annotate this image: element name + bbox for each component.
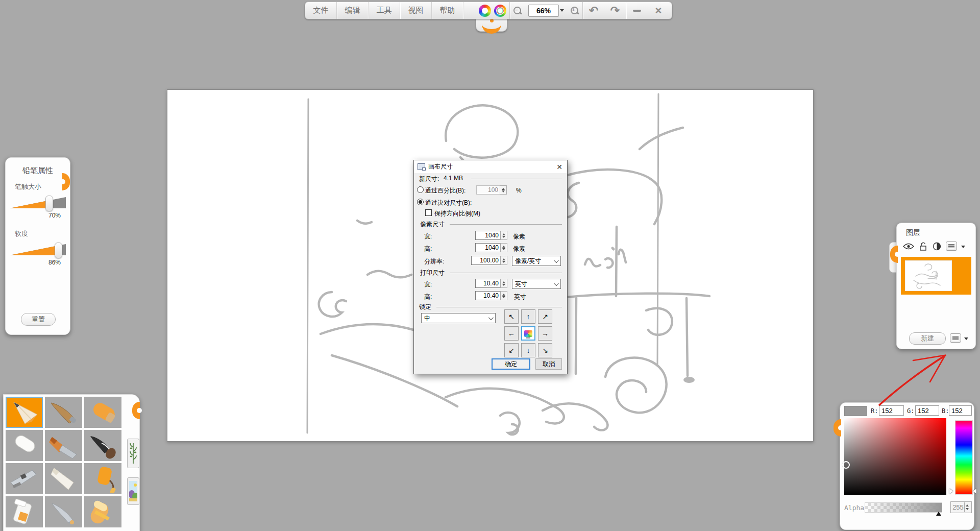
print-height-unit: 英寸 <box>514 293 526 301</box>
green-field[interactable] <box>915 405 939 416</box>
anchor-bottom-left-button[interactable]: ↙ <box>504 343 519 357</box>
dialog-title-bar[interactable]: 画布尺寸 ✕ <box>414 160 567 173</box>
width-field[interactable] <box>475 231 501 240</box>
alpha-spinner[interactable]: 255 <box>950 501 972 513</box>
menu-view[interactable]: 视图 <box>400 2 432 19</box>
layer-visibility-button[interactable] <box>903 243 914 252</box>
percent-field[interactable] <box>476 185 500 195</box>
zoom-dropdown-caret-icon[interactable] <box>560 9 564 12</box>
paper-stump-icon <box>47 465 81 493</box>
anchor-top-right-button[interactable]: ↗ <box>538 309 552 324</box>
layers-title: 图层 <box>906 228 920 237</box>
layer-item-selected[interactable] <box>901 257 971 295</box>
softness-slider[interactable] <box>10 243 66 258</box>
absolute-radio[interactable] <box>417 199 424 205</box>
redo-button[interactable]: ↷ <box>604 2 626 19</box>
close-app-button[interactable]: × <box>648 2 669 19</box>
height-field[interactable] <box>475 243 501 252</box>
pixel-group-label: 像素尺寸 <box>420 220 445 229</box>
anchor-top-left-button[interactable]: ↖ <box>504 309 519 324</box>
layer-list-menu-button[interactable] <box>950 333 961 343</box>
anchor-top-button[interactable]: ↑ <box>521 309 535 324</box>
hue-slider[interactable] <box>955 420 973 495</box>
percent-radio[interactable] <box>417 186 424 193</box>
panel-collapse-handle[interactable] <box>132 402 140 419</box>
tool-orange-crayon[interactable] <box>84 496 121 527</box>
zoom-in-button[interactable]: + <box>567 2 582 19</box>
artwork-sample-button[interactable] <box>127 477 139 505</box>
arrow-up-right-icon: ↗ <box>542 312 548 321</box>
rainbow-logo-1-icon[interactable] <box>479 5 491 17</box>
alpha-slider[interactable] <box>865 502 942 513</box>
anchor-right-button[interactable]: → <box>538 326 552 341</box>
paint-roller-icon <box>86 465 120 493</box>
hue-marker-left-icon[interactable] <box>949 489 953 494</box>
layer-blend-button[interactable] <box>933 242 941 253</box>
tool-eraser[interactable] <box>6 430 43 461</box>
print-width-field[interactable] <box>475 279 501 288</box>
menu-file[interactable]: 文件 <box>305 2 337 19</box>
hue-marker-right-icon[interactable] <box>973 489 976 494</box>
resolution-field[interactable] <box>471 256 501 265</box>
layer-lock-button[interactable] <box>919 242 927 253</box>
brush-size-slider[interactable] <box>10 196 66 211</box>
combo-chevron-icon <box>488 315 494 320</box>
menu-edit[interactable]: 编辑 <box>337 2 369 19</box>
zoom-out-button[interactable]: − <box>510 2 525 19</box>
reset-button[interactable]: 重置 <box>21 313 56 326</box>
print-height-field[interactable] <box>475 291 501 300</box>
tool-metal-pen[interactable] <box>45 496 82 527</box>
dialog-close-button[interactable]: ✕ <box>552 163 567 171</box>
tool-glue-stick[interactable] <box>6 496 43 527</box>
tool-paper-stump[interactable] <box>45 463 82 494</box>
tool-crayon[interactable] <box>84 397 121 428</box>
ok-button[interactable]: 确定 <box>492 358 530 370</box>
toolbar-drag-handle[interactable] <box>476 17 507 32</box>
tool-pencil[interactable] <box>6 397 43 428</box>
plant-sample-button[interactable] <box>127 439 139 468</box>
new-layer-button[interactable]: 新建 <box>909 332 946 345</box>
tool-airbrush[interactable] <box>6 463 43 494</box>
tool-ink-brush[interactable] <box>84 430 121 461</box>
blue-field[interactable] <box>949 405 972 416</box>
menu-help[interactable]: 帮助 <box>432 2 463 19</box>
layer-options-button[interactable] <box>946 242 957 251</box>
percent-spinner[interactable] <box>500 185 507 195</box>
print-height-spinner[interactable] <box>500 291 507 300</box>
minimize-icon <box>633 10 641 12</box>
red-field[interactable] <box>879 405 904 416</box>
undo-button[interactable]: ↶ <box>583 2 604 19</box>
width-spinner[interactable] <box>500 231 507 240</box>
anchor-left-button[interactable]: ← <box>504 326 519 341</box>
color-picker-panel: R: G: B: Alpha 255 <box>840 402 974 530</box>
alpha-spin-buttons[interactable] <box>964 502 971 512</box>
lock-anchor-select[interactable]: 中 <box>421 313 496 323</box>
layer-list-caret-icon[interactable] <box>964 337 968 340</box>
anchor-center-button[interactable] <box>521 326 535 341</box>
anchor-bottom-button[interactable]: ↓ <box>521 343 535 357</box>
panel-collapse-handle[interactable] <box>62 173 70 190</box>
zoom-level-value[interactable]: 66% <box>528 5 559 17</box>
sv-picker-marker[interactable] <box>842 461 850 469</box>
cancel-button[interactable]: 取消 <box>535 358 562 370</box>
height-spinner[interactable] <box>500 243 507 252</box>
menu-tools[interactable]: 工具 <box>369 2 400 19</box>
print-width-spinner[interactable] <box>500 279 507 288</box>
saturation-value-picker[interactable] <box>844 418 946 495</box>
print-width-unit-select[interactable]: 英寸 <box>512 279 561 289</box>
rainbow-logo-2-icon[interactable] <box>494 5 506 17</box>
tool-paint-roller[interactable] <box>84 463 121 494</box>
layer-options-caret-icon[interactable] <box>961 246 965 248</box>
softness-handle[interactable] <box>55 243 62 258</box>
panel-collapse-handle[interactable] <box>834 419 841 437</box>
resolution-spinner[interactable] <box>500 256 507 265</box>
alpha-slider-marker[interactable] <box>936 512 941 516</box>
keep-ratio-checkbox[interactable] <box>425 209 432 216</box>
minimize-button[interactable] <box>626 2 648 19</box>
tool-wooden-brush[interactable] <box>45 397 82 428</box>
resolution-unit-select[interactable]: 像素/英寸 <box>512 256 561 266</box>
tool-flat-brush[interactable] <box>45 430 82 461</box>
eraser-icon <box>8 432 41 460</box>
anchor-bottom-right-button[interactable]: ↘ <box>538 343 552 357</box>
brush-size-handle[interactable] <box>45 196 53 211</box>
